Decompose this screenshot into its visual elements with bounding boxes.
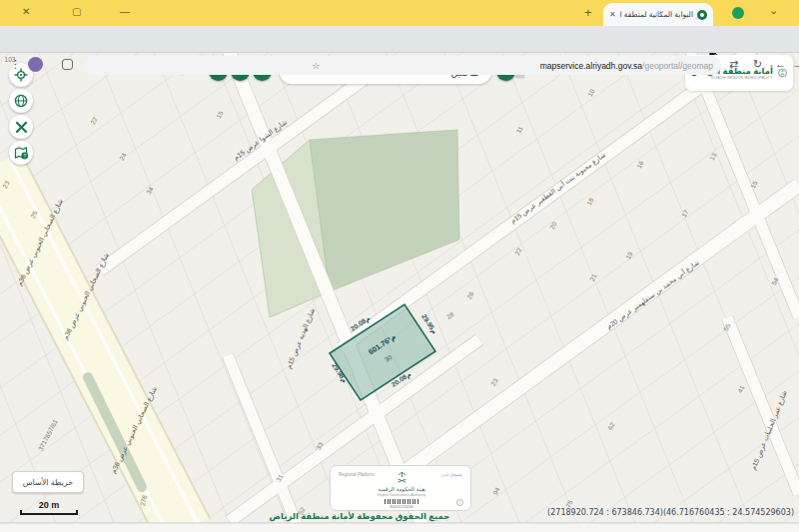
window-maximize-button[interactable]: ▢ (72, 6, 81, 17)
barcode (385, 499, 418, 504)
svg-text:?: ? (23, 153, 26, 159)
scale-ruler (20, 510, 78, 515)
browser-toolbar: ⋮ mapservice.alriyadh.gov.sa/geoportal/g… (0, 26, 799, 53)
globe-icon (14, 94, 28, 108)
browser-window: شارع الشوا عرض 15مشارع محبوبة بنت أبي ال… (0, 0, 799, 532)
tab-title: البوابة المكانية لمنطقة الرياض (620, 10, 693, 19)
address-bar[interactable]: mapservice.alriyadh.gov.sa/geoportal/geo… (84, 56, 721, 75)
bottom-map-band (0, 523, 799, 532)
barcode-serial: 3020123456 (331, 505, 472, 509)
url-path: /geoportal/geomap (642, 61, 713, 71)
tools-button[interactable] (9, 115, 33, 139)
watermark-box: Regional Platform مسجل لدى هيئة الحكومة … (330, 465, 471, 511)
dga-emblem-icon (397, 471, 407, 484)
basemap-button[interactable]: خريطة الأساس (12, 471, 84, 493)
watermark-authority-ar: هيئة الحكومة الرقمية (331, 486, 472, 492)
back-icon[interactable]: → (792, 58, 799, 70)
scale-label: 20 m (20, 500, 78, 510)
legend-button[interactable]: ? (9, 141, 33, 165)
watermark-authority-en: Digital Government Authority (331, 493, 472, 497)
map-question-icon: ? (14, 146, 29, 160)
tools-icon (15, 121, 28, 134)
scale-bar: 20 m (20, 500, 78, 515)
coordinates-readout: (2718920.724 : 673846.734)(46.716760435 … (547, 508, 794, 517)
copyright-mark-icon: c (456, 499, 463, 506)
basemap-label: خريطة الأساس (23, 478, 73, 487)
reload-icon[interactable]: ↻ (753, 58, 762, 71)
logo-subtitle: RIYADH REGION MUNICIPALITY (711, 76, 773, 80)
extension-icon[interactable] (62, 59, 73, 70)
window-close-button[interactable]: ✕ (22, 6, 30, 17)
window-minimize-button[interactable]: — (120, 6, 130, 17)
rtl-switch-icon[interactable]: ⇄ (729, 58, 738, 71)
globe-button[interactable] (9, 89, 33, 113)
tab-strip: ✕ ▢ — + ✕ البوابة المكانية لمنطقة الرياض… (0, 0, 799, 26)
tab-favicon-icon (697, 10, 707, 20)
browser-tab[interactable]: ✕ البوابة المكانية لمنطقة الرياض (603, 3, 713, 26)
tab-close-icon[interactable]: ✕ (609, 10, 616, 19)
forward-icon[interactable]: ← (775, 58, 786, 70)
copyright-text: جميع الحقوق محفوظة لأمانة منطقة الرياض (260, 511, 459, 521)
profile-avatar[interactable] (28, 57, 43, 72)
watermark-brand: Regional Platform (339, 472, 375, 477)
page-url: mapservice.alriyadh.gov.sa/geoportal/geo… (540, 61, 713, 71)
profile-badge-icon[interactable] (732, 7, 744, 19)
bookmark-star-icon[interactable]: ☆ (312, 61, 320, 71)
url-host: mapservice.alriyadh.gov.sa (540, 61, 642, 71)
watermark-registered: مسجل لدى (441, 472, 462, 477)
new-tab-button[interactable]: + (584, 5, 592, 20)
tab-strip-caret-icon[interactable]: ⌄ (769, 4, 778, 17)
menu-icon[interactable]: ⋮ (10, 58, 21, 71)
